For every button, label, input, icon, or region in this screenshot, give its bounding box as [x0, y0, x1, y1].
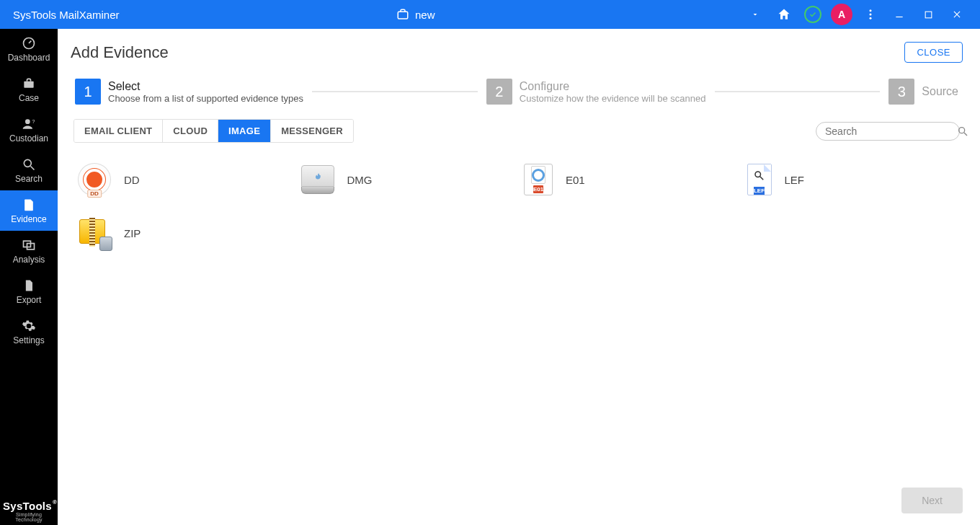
svg-point-3 — [870, 17, 872, 19]
dropdown-button[interactable] — [741, 0, 770, 29]
sidebar-item-export[interactable]: Export — [0, 271, 58, 312]
briefcase-icon — [396, 8, 409, 21]
brand-logo: SysTools Simplifying Technology — [0, 495, 58, 525]
export-icon — [22, 278, 36, 293]
step-subtitle: Customize how the evidence will be scann… — [520, 93, 706, 104]
evidence-grid: DD DD DMG E01 E01 — [71, 143, 963, 257]
svg-line-13 — [31, 166, 35, 169]
minimize-button[interactable] — [885, 0, 914, 29]
evidence-label: ZIP — [124, 227, 141, 239]
step-title: Select — [108, 80, 303, 93]
sidebar-item-label: Dashboard — [8, 53, 50, 63]
more-button[interactable] — [856, 0, 885, 29]
case-chip[interactable]: new — [396, 8, 435, 21]
dashboard-icon — [22, 36, 36, 50]
sidebar: Dashboard Case ? Custodian Search Eviden… — [0, 29, 58, 525]
sidebar-item-label: Custodian — [9, 133, 48, 144]
svg-line-19 — [760, 176, 763, 180]
sidebar-item-settings[interactable]: Settings — [0, 312, 58, 352]
evidence-type-tabs: EMAIL CLIENT CLOUD IMAGE MESSENGER — [74, 119, 354, 143]
search-icon — [957, 125, 968, 137]
status-ok-icon — [798, 0, 827, 29]
case-icon — [22, 76, 36, 91]
home-button[interactable] — [770, 0, 798, 29]
sidebar-item-label: Analysis — [13, 255, 45, 265]
svg-point-16 — [959, 127, 965, 133]
app-title: SysTools MailXaminer — [9, 9, 120, 21]
svg-point-2 — [870, 14, 872, 16]
main-content: Add Evidence CLOSE 1 Select Choose from … — [58, 29, 980, 525]
tab-email-client[interactable]: EMAIL CLIENT — [74, 120, 163, 142]
svg-point-10 — [25, 119, 30, 124]
lef-icon: LEF — [747, 164, 772, 195]
step-title: Source — [922, 85, 958, 98]
svg-point-1 — [870, 9, 872, 12]
step-divider — [715, 91, 881, 92]
sidebar-item-evidence[interactable]: Evidence — [0, 190, 58, 231]
sidebar-item-label: Case — [19, 93, 39, 103]
evidence-option-lef[interactable]: LEF LEF — [747, 163, 956, 196]
zip-icon — [78, 216, 111, 250]
sidebar-item-custodian[interactable]: ? Custodian — [0, 110, 58, 150]
case-label: new — [415, 9, 435, 21]
close-button[interactable]: CLOSE — [904, 42, 963, 63]
step-configure: 2 Configure Customize how the evidence w… — [486, 79, 706, 105]
evidence-label: LEF — [785, 174, 805, 186]
step-divider — [312, 91, 478, 92]
svg-point-18 — [755, 172, 761, 177]
search-input[interactable] — [825, 125, 951, 137]
evidence-option-e01[interactable]: E01 E01 — [524, 163, 733, 196]
search-field[interactable] — [816, 122, 960, 141]
next-button[interactable]: Next — [901, 488, 963, 513]
tab-image[interactable]: IMAGE — [218, 120, 271, 142]
svg-line-17 — [964, 133, 967, 136]
sidebar-item-analysis[interactable]: Analysis — [0, 231, 58, 271]
sidebar-item-label: Search — [15, 174, 43, 184]
custodian-icon: ? — [22, 117, 36, 131]
analysis-icon — [22, 238, 36, 252]
tab-messenger[interactable]: MESSENGER — [271, 120, 353, 142]
step-source: 3 Source — [888, 79, 958, 105]
step-title: Configure — [520, 80, 706, 93]
tab-cloud[interactable]: CLOUD — [163, 120, 218, 142]
dmg-icon — [301, 165, 334, 194]
step-subtitle: Choose from a list of supported evidence… — [108, 93, 303, 104]
svg-point-12 — [24, 159, 31, 167]
dd-icon: DD — [78, 163, 111, 196]
search-icon — [22, 157, 36, 172]
evidence-option-dmg[interactable]: DMG — [301, 163, 510, 196]
svg-rect-5 — [925, 12, 932, 18]
svg-text:?: ? — [32, 118, 35, 125]
title-bar: SysTools MailXaminer new A — [0, 0, 980, 29]
evidence-option-dd[interactable]: DD DD — [78, 163, 287, 196]
sidebar-item-case[interactable]: Case — [0, 69, 58, 110]
sidebar-item-search[interactable]: Search — [0, 150, 58, 190]
evidence-label: DMG — [347, 174, 373, 186]
evidence-label: DD — [124, 174, 140, 186]
stepper: 1 Select Choose from a list of supported… — [71, 79, 963, 119]
gear-icon — [22, 319, 36, 333]
sidebar-item-label: Export — [17, 295, 42, 305]
page-title: Add Evidence — [71, 43, 169, 62]
sidebar-item-label: Settings — [13, 335, 44, 345]
sidebar-item-label: Evidence — [11, 214, 46, 224]
maximize-button[interactable] — [914, 0, 943, 29]
evidence-icon — [22, 198, 36, 212]
svg-rect-9 — [24, 81, 33, 87]
e01-icon: E01 — [524, 164, 553, 195]
svg-rect-0 — [398, 12, 408, 19]
user-avatar[interactable]: A — [827, 0, 856, 29]
evidence-label: E01 — [566, 174, 585, 186]
evidence-option-zip[interactable]: ZIP — [78, 216, 287, 250]
close-window-button[interactable] — [943, 0, 971, 29]
sidebar-item-dashboard[interactable]: Dashboard — [0, 29, 58, 69]
step-select: 1 Select Choose from a list of supported… — [75, 79, 303, 105]
